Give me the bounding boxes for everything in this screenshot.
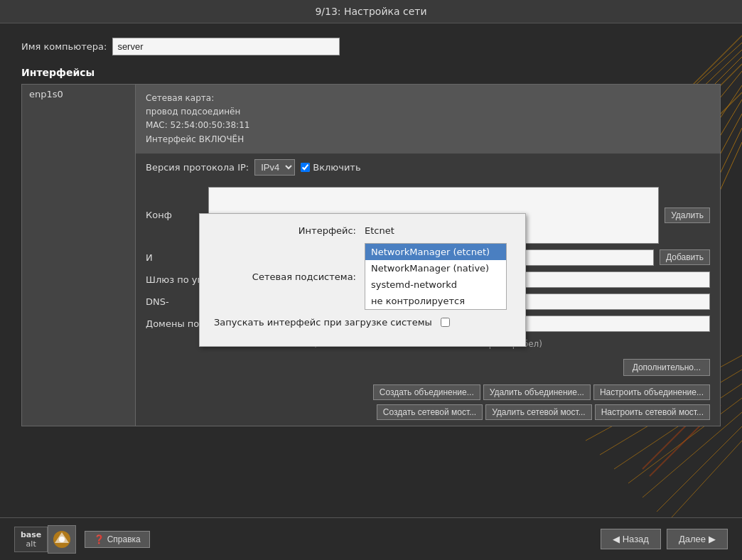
interfaces-section-title: Интерфейсы [21, 67, 721, 78]
dropdown-item-systemd[interactable]: systemd-networkd [365, 276, 506, 293]
interface-item-enp1s0[interactable]: enp1s0 [22, 85, 135, 104]
computer-name-label: Имя компьютера: [21, 41, 107, 52]
logo-text-alt: alt [21, 539, 41, 549]
gateway-label: Шлюз по ум [146, 274, 204, 285]
bond-buttons-row: Создать объединение... Удалить объединен… [146, 384, 710, 400]
title-bar: 9/13: Настройка сети [0, 0, 742, 23]
footer-logo: base alt [14, 525, 76, 554]
dns-label: DNS- [146, 296, 203, 307]
footer: base alt ❓ Справка ◀ Назад Далее ▶ [0, 517, 742, 560]
computer-name-row: Имя компьютера: [21, 38, 721, 55]
next-arrow-icon: ▶ [709, 534, 716, 544]
dropdown-subsystem-label: Сетевая подсистема: [214, 271, 356, 282]
protocol-label: Версия протокола IP: [146, 162, 249, 173]
help-label: Справка [107, 534, 141, 544]
next-button[interactable]: Далее ▶ [667, 529, 728, 549]
dropdown-interface-label: Интерфейс: [214, 225, 356, 236]
configure-bond-button[interactable]: Настроить объединение... [593, 384, 710, 400]
enable-checkbox-label[interactable]: Включить [301, 162, 360, 173]
computer-name-input[interactable] [112, 38, 340, 55]
footer-help: ❓ Справка [85, 531, 149, 548]
svg-point-22 [59, 537, 65, 542]
configure-bridge-button[interactable]: Настроить сетевой мост... [595, 404, 710, 420]
config-label: Конф [146, 210, 203, 220]
help-icon: ❓ [94, 534, 104, 544]
delete-config-button[interactable]: Удалить [665, 208, 710, 223]
dropdown-interface-row: Интерфейс: Etcnet [214, 225, 511, 236]
dropdown-autostart-label: Запускать интерфейс при загрузке системы [214, 317, 432, 328]
footer-nav: ◀ Назад Далее ▶ [601, 529, 728, 549]
info-line2: провод подсоединён [146, 105, 710, 119]
dropdown-subsystem-row: Сетевая подсистема: NetworkManager (etcn… [214, 243, 511, 310]
next-label: Далее [679, 534, 706, 544]
info-line1: Сетевая карта: [146, 92, 710, 105]
logo-box: base alt [14, 527, 48, 552]
back-arrow-icon: ◀ [613, 534, 620, 544]
additional-btn-row: Дополнительно... [136, 356, 720, 379]
ip-label: И [146, 252, 203, 263]
dropdown-item-nm-native[interactable]: NetworkManager (native) [365, 260, 506, 276]
back-label: Назад [623, 534, 649, 544]
create-bond-button[interactable]: Создать объединение... [373, 384, 480, 400]
logo-icon [48, 525, 76, 554]
dropdown-item-not-managed[interactable]: не контролируется [365, 293, 506, 309]
svg-line-18 [664, 441, 742, 526]
dropdown-item-nm-etcnet[interactable]: NetworkManager (etcnet) [365, 244, 506, 260]
delete-bond-button[interactable]: Удалить объединение... [483, 384, 591, 400]
add-ip-button[interactable]: Добавить [660, 249, 710, 265]
dropdown-autostart-row: Запускать интерфейс при загрузке системы [214, 317, 511, 328]
delete-bridge-button[interactable]: Удалить сетевой мост... [485, 404, 592, 420]
info-line4: Интерфейс ВКЛЮЧЁН [146, 133, 710, 146]
additional-button[interactable]: Дополнительно... [623, 359, 710, 376]
protocol-row: Версия протокола IP: IPv4 IPv6 Включить [136, 154, 720, 181]
bridge-buttons-row: Создать сетевой мост... Удалить сетевой … [146, 404, 710, 420]
page-title: 9/13: Настройка сети [315, 6, 426, 17]
create-bridge-button[interactable]: Создать сетевой мост... [377, 404, 483, 420]
dropdown-interface-value: Etcnet [365, 225, 394, 236]
interface-info: Сетевая карта: провод подсоединён MAC: 5… [136, 85, 720, 154]
dropdown-list: NetworkManager (etcnet) NetworkManager (… [365, 243, 507, 310]
protocol-version-select[interactable]: IPv4 IPv6 [254, 159, 295, 176]
enable-checkbox[interactable] [301, 163, 310, 172]
interfaces-list: enp1s0 [22, 85, 136, 426]
bottom-buttons: Создать объединение... Удалить объединен… [136, 379, 720, 426]
back-button[interactable]: ◀ Назад [601, 529, 661, 549]
autostart-checkbox[interactable] [441, 318, 450, 327]
subsystem-dropdown-overlay: Интерфейс: Etcnet Сетевая подсистема: Ne… [199, 213, 526, 347]
help-button[interactable]: ❓ Справка [85, 531, 149, 548]
logo-text-base: base [21, 530, 41, 539]
enable-label: Включить [313, 162, 360, 173]
info-line3: MAC: 52:54:00:50:38:11 [146, 119, 710, 132]
